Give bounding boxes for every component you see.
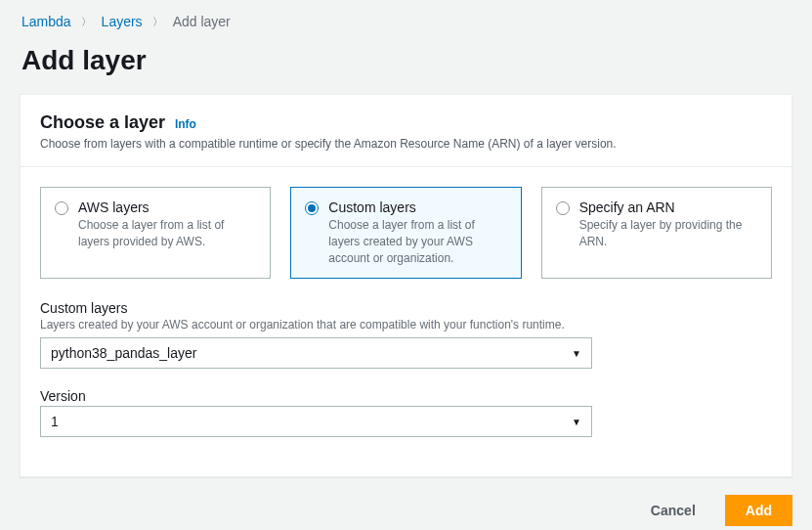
field-description: Layers created by your AWS account or or… bbox=[40, 318, 772, 331]
caret-down-icon: ▼ bbox=[572, 417, 581, 427]
select-value: 1 bbox=[51, 414, 59, 429]
radio-icon bbox=[305, 201, 319, 215]
field-label: Version bbox=[40, 388, 772, 404]
field-label: Custom layers bbox=[40, 300, 772, 316]
radio-aws-layers[interactable]: AWS layers Choose a layer from a list of… bbox=[40, 187, 271, 279]
radio-description: Choose a layer from a list of layers pro… bbox=[78, 217, 256, 250]
info-link[interactable]: Info bbox=[175, 117, 196, 131]
layer-source-options: AWS layers Choose a layer from a list of… bbox=[40, 187, 772, 279]
cancel-button[interactable]: Cancel bbox=[631, 496, 715, 525]
select-value: python38_pandas_layer bbox=[51, 345, 196, 361]
breadcrumb-current: Add layer bbox=[173, 14, 231, 29]
panel-body: AWS layers Choose a layer from a list of… bbox=[21, 167, 791, 476]
panel-description: Choose from layers with a compatible run… bbox=[40, 137, 772, 151]
breadcrumb-layers[interactable]: Layers bbox=[102, 14, 143, 29]
radio-title: AWS layers bbox=[78, 199, 256, 215]
breadcrumb-lambda[interactable]: Lambda bbox=[21, 14, 71, 29]
radio-icon bbox=[55, 201, 68, 215]
radio-title: Specify an ARN bbox=[579, 199, 757, 215]
panel-header: Choose a layer Info Choose from layers w… bbox=[21, 95, 791, 167]
panel-title: Choose a layer bbox=[40, 112, 165, 132]
footer-actions: Cancel Add bbox=[0, 495, 812, 530]
version-select[interactable]: 1 ▼ bbox=[40, 406, 592, 437]
chevron-right-icon: 〉 bbox=[81, 15, 92, 29]
chevron-right-icon: 〉 bbox=[152, 15, 163, 29]
version-field: Version 1 ▼ bbox=[40, 388, 772, 437]
choose-layer-panel: Choose a layer Info Choose from layers w… bbox=[20, 94, 792, 477]
caret-down-icon: ▼ bbox=[572, 348, 581, 359]
radio-description: Specify a layer by providing the ARN. bbox=[579, 217, 757, 250]
radio-custom-layers[interactable]: Custom layers Choose a layer from a list… bbox=[290, 187, 521, 279]
radio-description: Choose a layer from a list of layers cre… bbox=[328, 217, 506, 266]
add-button[interactable]: Add bbox=[725, 495, 792, 526]
radio-specify-arn[interactable]: Specify an ARN Specify a layer by provid… bbox=[541, 187, 772, 279]
breadcrumb: Lambda 〉 Layers 〉 Add layer bbox=[0, 0, 812, 35]
radio-icon bbox=[556, 201, 570, 215]
custom-layers-select[interactable]: python38_pandas_layer ▼ bbox=[40, 337, 592, 369]
custom-layers-field: Custom layers Layers created by your AWS… bbox=[40, 300, 772, 369]
radio-title: Custom layers bbox=[328, 199, 506, 215]
page-title: Add layer bbox=[0, 35, 812, 94]
